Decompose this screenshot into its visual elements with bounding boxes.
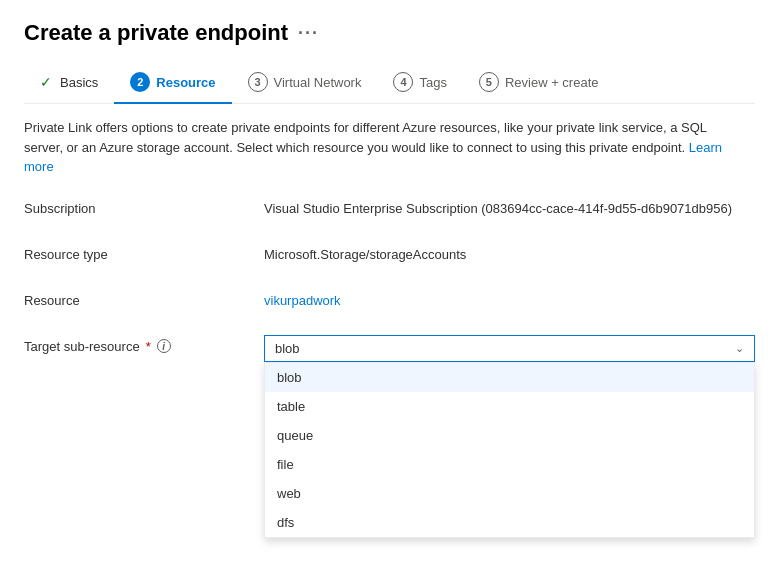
tab-basics[interactable]: ✓ Basics [24,66,114,102]
resource-label: Resource [24,289,264,308]
tab-virtual-network[interactable]: 3 Virtual Network [232,64,378,104]
tab-tags-label: Tags [419,75,446,90]
target-sub-resource-label: Target sub-resource * i [24,335,264,354]
dropdown-item-queue[interactable]: queue [265,421,754,450]
learn-more-link[interactable]: Learn more [24,140,722,175]
dropdown-item-file[interactable]: file [265,450,754,479]
tab-basics-label: Basics [60,75,98,90]
page-title: Create a private endpoint [24,20,288,46]
resource-type-row: Resource type Microsoft.Storage/storageA… [24,243,755,271]
info-text: Private Link offers options to create pr… [24,118,724,177]
dropdown-trigger[interactable]: blob ⌄ [264,335,755,362]
tab-resource-label: Resource [156,75,215,90]
target-sub-resource-dropdown[interactable]: blob ⌄ blobtablequeuefilewebdfs [264,335,755,362]
page-title-dots: ··· [298,23,319,44]
subscription-label: Subscription [24,197,264,216]
dropdown-item-blob[interactable]: blob [265,363,754,392]
resource-type-value: Microsoft.Storage/storageAccounts [264,243,755,262]
target-sub-resource-row: Target sub-resource * i blob ⌄ blobtable… [24,335,755,363]
dropdown-item-web[interactable]: web [265,479,754,508]
tab-resource-number: 2 [130,72,150,92]
chevron-down-icon: ⌄ [735,342,744,355]
wizard-tabs: ✓ Basics 2 Resource 3 Virtual Network 4 … [24,64,755,104]
dropdown-selected-value: blob [275,341,300,356]
info-icon[interactable]: i [157,339,171,353]
tab-virtual-network-label: Virtual Network [274,75,362,90]
resource-type-label: Resource type [24,243,264,262]
resource-value[interactable]: vikurpadwork [264,289,755,308]
basics-check-icon: ✓ [40,74,52,90]
tab-resource[interactable]: 2 Resource [114,64,231,104]
subscription-row: Subscription Visual Studio Enterprise Su… [24,197,755,225]
subscription-value: Visual Studio Enterprise Subscription (0… [264,197,755,216]
dropdown-menu: blobtablequeuefilewebdfs [264,362,755,538]
required-star: * [146,339,151,354]
tab-tags-number: 4 [393,72,413,92]
dropdown-item-dfs[interactable]: dfs [265,508,754,537]
dropdown-item-table[interactable]: table [265,392,754,421]
page-title-container: Create a private endpoint ··· [24,20,755,46]
tab-review-create[interactable]: 5 Review + create [463,64,615,104]
tab-tags[interactable]: 4 Tags [377,64,462,104]
tab-review-label: Review + create [505,75,599,90]
resource-row: Resource vikurpadwork [24,289,755,317]
tab-virtual-network-number: 3 [248,72,268,92]
tab-review-number: 5 [479,72,499,92]
